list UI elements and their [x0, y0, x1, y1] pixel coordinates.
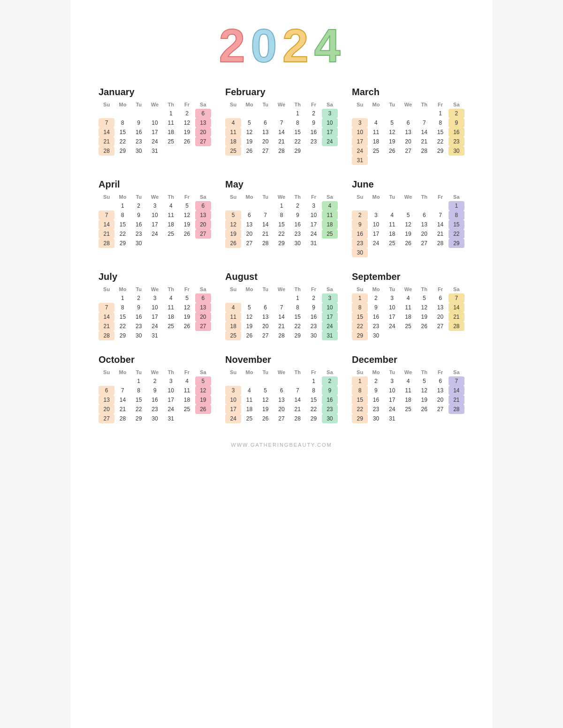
dow-Mo-nov: Mo — [241, 368, 257, 376]
day-cell: 5 — [241, 303, 257, 312]
dow-Tu-nov: Tu — [258, 368, 274, 376]
day-cell — [368, 201, 384, 210]
day-cell: 28 — [274, 331, 289, 340]
day-cell: 10 — [225, 395, 241, 405]
day-cell: 12 — [416, 386, 432, 395]
day-cell: 30 — [131, 239, 147, 248]
day-cell — [114, 109, 130, 118]
day-cell: 11 — [163, 210, 179, 220]
dow-Su-aug: Su — [225, 285, 241, 293]
day-cell: 3 — [384, 376, 400, 386]
day-cell — [449, 248, 464, 257]
day-cell: 17 — [163, 395, 179, 405]
day-cell: 14 — [258, 220, 274, 229]
day-cell — [289, 376, 305, 386]
day-cell — [449, 331, 464, 340]
day-cell — [225, 201, 241, 210]
day-cell: 2 — [368, 293, 384, 303]
day-cell — [384, 201, 400, 210]
day-cell: 4 — [400, 376, 416, 386]
dow-Th-mar: Th — [416, 100, 432, 109]
day-cell: 3 — [384, 293, 400, 303]
dow-Mo-dec: Mo — [368, 368, 384, 376]
day-cell: 15 — [289, 128, 305, 137]
day-cell — [400, 248, 416, 257]
month-name-jan: January — [99, 87, 211, 98]
day-cell: 28 — [449, 322, 464, 331]
day-cell: 9 — [305, 303, 321, 312]
day-cell: 20 — [195, 128, 211, 137]
dow-We-aug: We — [274, 285, 289, 293]
day-cell: 15 — [305, 395, 321, 405]
day-cell: 5 — [258, 386, 274, 395]
day-cell: 22 — [432, 137, 448, 146]
day-cell — [179, 414, 195, 423]
day-cell — [449, 414, 464, 423]
month-table-jun: SuMoTuWeThFrSa12345678910111213141516171… — [352, 193, 464, 257]
day-cell: 18 — [384, 229, 400, 239]
day-cell: 11 — [400, 386, 416, 395]
dow-We-may: We — [274, 193, 289, 201]
dow-Th-oct: Th — [163, 368, 179, 376]
dow-Fr-feb: Fr — [305, 100, 321, 109]
day-cell — [274, 376, 289, 386]
day-cell: 8 — [114, 303, 130, 312]
day-cell: 27 — [274, 414, 289, 423]
day-cell: 28 — [416, 146, 432, 156]
footer: www.gatheringbeauty.com — [231, 442, 332, 448]
day-cell: 8 — [289, 118, 305, 128]
month-name-feb: February — [225, 87, 338, 98]
day-cell: 6 — [258, 118, 274, 128]
day-cell: 31 — [147, 331, 163, 340]
day-cell: 26 — [179, 322, 195, 331]
dow-Tu-aug: Tu — [258, 285, 274, 293]
month-name-sep: September — [352, 271, 464, 282]
day-cell: 26 — [416, 322, 432, 331]
day-cell — [179, 331, 195, 340]
day-cell: 27 — [99, 414, 114, 423]
day-cell: 15 — [352, 312, 368, 322]
month-sep: SeptemberSuMoTuWeThFrSa12345678910111213… — [352, 271, 464, 340]
dow-We-nov: We — [274, 368, 289, 376]
dow-Mo-apr: Mo — [114, 193, 130, 201]
dow-Sa-apr: Sa — [195, 193, 211, 201]
day-cell: 7 — [449, 376, 464, 386]
day-cell: 21 — [114, 405, 130, 414]
day-cell: 15 — [114, 128, 130, 137]
dow-Mo-sep: Mo — [368, 285, 384, 293]
day-cell: 3 — [305, 201, 321, 210]
day-cell: 8 — [114, 210, 130, 220]
day-cell: 21 — [99, 322, 114, 331]
day-cell — [384, 109, 400, 118]
dow-Tu-mar: Tu — [384, 100, 400, 109]
day-cell — [416, 414, 432, 423]
day-cell: 20 — [258, 322, 274, 331]
day-cell: 19 — [195, 395, 211, 405]
day-cell — [416, 156, 432, 165]
month-table-dec: SuMoTuWeThFrSa12345678910111213141516171… — [352, 368, 464, 423]
day-cell: 29 — [305, 414, 321, 423]
day-cell: 27 — [432, 405, 448, 414]
day-cell — [400, 331, 416, 340]
day-cell: 6 — [432, 376, 448, 386]
day-cell: 4 — [322, 201, 338, 210]
day-cell: 23 — [147, 405, 163, 414]
day-cell: 30 — [131, 146, 147, 156]
day-cell: 21 — [449, 395, 464, 405]
day-cell: 1 — [131, 376, 147, 386]
day-cell: 9 — [322, 386, 338, 395]
day-cell: 26 — [179, 137, 195, 146]
day-cell: 23 — [449, 137, 464, 146]
day-cell: 21 — [99, 137, 114, 146]
day-cell: 25 — [225, 146, 241, 156]
dow-Tu-apr: Tu — [131, 193, 147, 201]
day-cell: 8 — [131, 386, 147, 395]
dow-Sa-mar: Sa — [449, 100, 464, 109]
dow-Sa-oct: Sa — [195, 368, 211, 376]
day-cell: 4 — [400, 293, 416, 303]
day-cell: 10 — [368, 220, 384, 229]
day-cell: 6 — [416, 210, 432, 220]
day-cell: 16 — [368, 395, 384, 405]
day-cell: 8 — [289, 303, 305, 312]
day-cell — [258, 376, 274, 386]
